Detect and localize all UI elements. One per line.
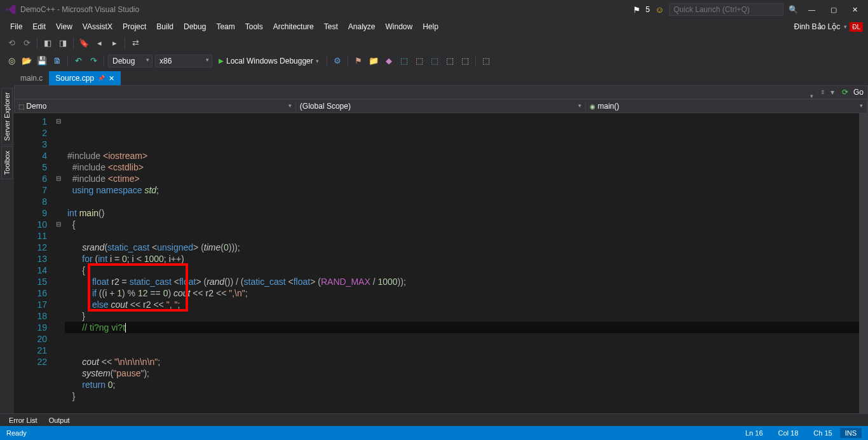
notification-count[interactable]: 5 [646,5,650,14]
toggle2-icon[interactable]: ◨ [57,37,69,50]
go-label[interactable]: Go [853,88,867,97]
tool-icon-4[interactable]: ◆ [383,55,395,67]
pin-icon[interactable]: 📌 [98,75,105,81]
signed-in-user[interactable]: Đinh Bảo Lộc [790,20,844,33]
go-icon[interactable]: ⟳ [837,86,853,98]
fold-column[interactable]: ⊟⊟⊟ [52,113,65,416]
vs-logo-icon [5,4,17,15]
nav-updown-icon[interactable]: ⇕ [818,89,828,95]
navigation-bar-1: ⇕ ▾ ⟳ Go [14,85,868,99]
tab-source-cpp[interactable]: Source.cpp 📌 ✕ [49,71,121,85]
nav-dropdown-icon[interactable]: ▾ [828,88,837,97]
close-tab-icon[interactable]: ✕ [109,74,114,83]
bookmark-icon[interactable]: 🔖 [78,37,90,50]
tool-icon-8[interactable]: ⬚ [444,55,456,67]
editor-pane: ⇕ ▾ ⟳ Go ⬚ Demo (Global Scope) ◉ main() … [14,85,868,429]
menu-edit[interactable]: Edit [27,20,51,33]
menu-vassistx[interactable]: VAssistX [78,20,118,33]
tab-error-list[interactable]: Error List [4,415,43,425]
nav-project-combo[interactable]: ⬚ Demo [15,100,296,112]
tool-icon-10[interactable]: ⬚ [480,55,492,67]
feedback-icon[interactable]: ☺ [655,4,664,15]
project-icon: ⬚ [18,103,24,110]
status-line: Ln 16 [738,429,771,437]
tab-label: Source.cpp [55,74,94,83]
toolbar-1: ⟲ ⟳ ◧ ◨ 🔖 ◂ ▸ ⇄ [0,34,868,52]
menu-tools[interactable]: Tools [240,20,268,33]
menu-analyze[interactable]: Analyze [343,20,381,33]
brace-match-icon[interactable]: ⇄ [129,37,142,50]
save-icon[interactable]: 💾 [36,55,48,67]
user-badge[interactable]: ĐL [850,22,863,32]
flag-icon[interactable]: ⚑ [633,5,641,15]
menu-test[interactable]: Test [319,20,343,33]
start-debugging-button[interactable]: ▶ Local Windows Debugger ▾ [215,55,323,67]
navigation-bar-2: ⬚ Demo (Global Scope) ◉ main() [14,99,868,113]
minimize-button[interactable]: — [803,3,820,16]
save-all-icon[interactable]: 🗎 [51,55,64,67]
maximize-button[interactable]: ▢ [825,3,842,17]
titlebar: DemoC++ - Microsoft Visual Studio ⚑ 5 ☺ … [0,0,868,19]
nav-back-icon[interactable]: ⟲ [5,37,18,50]
vertical-scrollbar[interactable] [859,113,868,416]
tab-label: main.c [20,74,43,83]
quick-launch-input[interactable] [669,3,783,16]
toolbar-2: ◎ 📂 💾 🗎 ↶ ↷ Debug x86 ▶ Local Windows De… [0,52,868,70]
menu-architecture[interactable]: Architecture [268,20,319,33]
tool-icon-5[interactable]: ⬚ [398,55,410,67]
menu-debug[interactable]: Debug [179,20,211,33]
play-icon: ▶ [219,57,224,64]
bottom-tool-tabs: Error List Output [0,413,868,426]
status-ins[interactable]: INS [840,428,862,438]
tab-main-c[interactable]: main.c [14,71,49,85]
status-col: Col 18 [771,429,806,437]
window-title: DemoC++ - Microsoft Visual Studio [20,5,633,14]
nav-combo-empty[interactable] [15,91,818,93]
sidetab-server-explorer[interactable]: Server Explorer [1,88,13,145]
next-bookmark-icon[interactable]: ▸ [108,37,121,50]
nav-scope-combo[interactable]: (Global Scope) [296,100,586,112]
prev-bookmark-icon[interactable]: ◂ [93,37,105,50]
nav-function-combo[interactable]: ◉ main() [586,100,867,112]
close-button[interactable]: ✕ [847,3,863,17]
statusbar: Ready Ln 16 Col 18 Ch 15 INS [0,426,868,440]
debugger-target-label: Local Windows Debugger [226,57,313,65]
code-editor[interactable]: 12345678910111213141516171819202122 ⊟⊟⊟ … [14,113,868,416]
toggle-icon[interactable]: ◧ [41,37,54,50]
menu-team[interactable]: Team [211,20,240,33]
solution-config-combo[interactable]: Debug [108,55,153,67]
menubar: File Edit View VAssistX Project Build De… [0,19,868,34]
menu-build[interactable]: Build [151,20,179,33]
open-icon[interactable]: 📂 [20,55,33,67]
code-area[interactable]: #include <iostream> #include <cstdlib> #… [65,113,868,416]
chevron-down-icon[interactable]: ▾ [844,24,847,30]
status-ready: Ready [6,429,27,437]
tool-icon-9[interactable]: ⬚ [459,55,471,67]
tool-icon-1[interactable]: ⚙ [331,55,344,67]
search-icon[interactable]: 🔍 [789,5,798,14]
sidetab-toolbox[interactable]: Toolbox [1,146,13,179]
nav-fwd-icon[interactable]: ⟳ [20,37,33,50]
status-ch: Ch 15 [806,429,839,437]
menu-project[interactable]: Project [118,20,151,33]
tool-icon-7[interactable]: ⬚ [428,55,441,67]
tool-icon-2[interactable]: ⚑ [352,55,365,67]
tool-icon-6[interactable]: ⬚ [413,55,426,67]
tab-output[interactable]: Output [44,415,75,425]
redo-icon[interactable]: ↷ [87,55,100,67]
menu-help[interactable]: Help [417,20,444,33]
solution-platform-combo[interactable]: x86 [155,55,212,67]
undo-icon[interactable]: ↶ [72,55,85,67]
menu-window[interactable]: Window [380,20,417,33]
menu-view[interactable]: View [51,20,78,33]
new-project-icon[interactable]: ◎ [5,55,18,67]
line-numbers: 12345678910111213141516171819202122 [14,113,52,416]
side-tool-tabs: Server Explorer Toolbox [0,85,14,429]
menu-file[interactable]: File [5,20,27,33]
document-tabs: main.c Source.cpp 📌 ✕ [0,70,868,85]
function-icon: ◉ [590,103,595,110]
tool-icon-3[interactable]: 📁 [367,55,380,67]
